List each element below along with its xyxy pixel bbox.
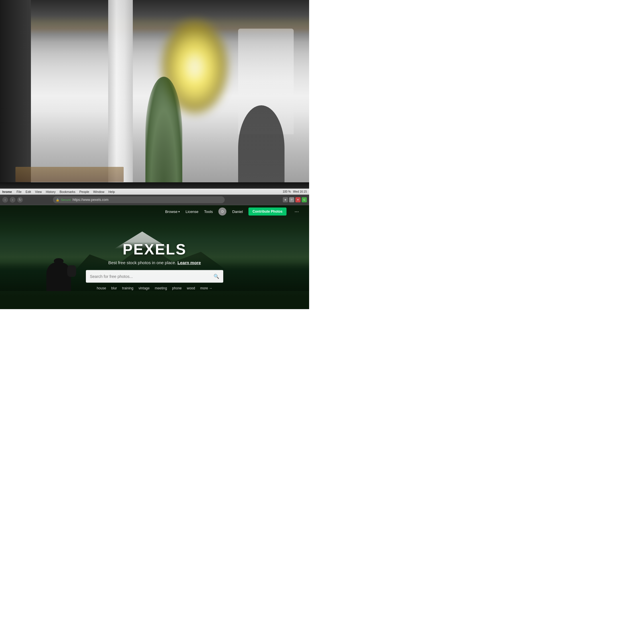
app-name: hrome xyxy=(2,190,12,193)
menu-people[interactable]: People xyxy=(79,190,89,193)
tag-vintage[interactable]: vintage xyxy=(139,286,150,290)
secure-text: Secure xyxy=(61,198,71,202)
user-avatar[interactable]: D xyxy=(218,208,226,216)
chair xyxy=(238,105,285,191)
page-root: hrome File Edit View History Bookmarks P… xyxy=(0,0,309,309)
browser-chrome: Browse License Tools D Daniel Contribute… xyxy=(0,205,309,309)
nav-links: Browse License Tools D Daniel Contribute… xyxy=(165,208,299,216)
bookmark-icon[interactable]: ★ xyxy=(283,197,288,202)
toolbar-icons: ★ P ♥ G xyxy=(283,197,307,202)
contribute-button[interactable]: Contribute Photos xyxy=(248,208,287,216)
nav-license[interactable]: License xyxy=(185,210,198,214)
office-background xyxy=(0,0,309,192)
menu-help[interactable]: Help xyxy=(108,190,115,193)
ext-icon-3[interactable]: G xyxy=(302,197,307,202)
ext-icon-1[interactable]: P xyxy=(289,197,294,202)
menu-history[interactable]: History xyxy=(46,190,56,193)
menu-edit[interactable]: Edit xyxy=(25,190,31,193)
back-button[interactable]: ‹ xyxy=(2,197,8,203)
menu-battery: 100 % xyxy=(283,190,291,193)
menu-items: File Edit View History Bookmarks People … xyxy=(17,190,115,193)
secure-badge: 🔒 xyxy=(56,198,59,202)
menu-window[interactable]: Window xyxy=(93,190,104,193)
menu-bar-right: 100 % Wed 16:15 xyxy=(283,190,307,193)
plant xyxy=(145,77,183,192)
user-name: Daniel xyxy=(232,210,243,214)
forward-button[interactable]: › xyxy=(10,197,15,203)
search-icon: 🔍 xyxy=(214,274,219,279)
refresh-button[interactable]: ↻ xyxy=(17,197,23,203)
tag-blur[interactable]: blur xyxy=(111,286,117,290)
center-pillar xyxy=(108,0,133,192)
hero-title: PEXELS xyxy=(31,240,278,258)
left-pillar xyxy=(0,0,31,192)
hero-subtitle: Best free stock photos in one place. Lea… xyxy=(31,260,278,265)
search-bar[interactable]: 🔍 xyxy=(86,270,223,283)
menu-bookmarks[interactable]: Bookmarks xyxy=(60,190,75,193)
tag-training[interactable]: training xyxy=(122,286,133,290)
browser-toolbar: ‹ › ↻ 🔒 Secure https://www.pexels.com ★ … xyxy=(0,195,309,205)
address-bar[interactable]: 🔒 Secure https://www.pexels.com xyxy=(53,196,225,203)
nav-browse[interactable]: Browse xyxy=(165,210,180,214)
desk xyxy=(15,167,124,182)
pexels-navbar: Browse License Tools D Daniel Contribute… xyxy=(0,205,309,218)
menu-view[interactable]: View xyxy=(35,190,42,193)
menu-file[interactable]: File xyxy=(17,190,22,193)
tag-wood[interactable]: wood xyxy=(187,286,195,290)
url-text: https://www.pexels.com xyxy=(73,198,108,202)
tag-more[interactable]: more → xyxy=(200,286,212,290)
tag-phone[interactable]: phone xyxy=(172,286,181,290)
search-tags: house blur training vintage meeting phon… xyxy=(31,286,278,290)
hero-content: PEXELS Best free stock photos in one pla… xyxy=(31,240,278,290)
ext-icon-2[interactable]: ♥ xyxy=(295,197,301,202)
more-button[interactable]: ··· xyxy=(295,209,299,215)
nav-tools[interactable]: Tools xyxy=(204,210,213,214)
tag-house[interactable]: house xyxy=(97,286,106,290)
menu-time: Wed 16:15 xyxy=(293,190,307,193)
tag-meeting[interactable]: meeting xyxy=(155,286,167,290)
macos-menu-bar: hrome File Edit View History Bookmarks P… xyxy=(0,189,309,195)
website-area: Browse License Tools D Daniel Contribute… xyxy=(0,205,309,309)
learn-more-link[interactable]: Learn more xyxy=(177,260,201,265)
search-input[interactable] xyxy=(90,274,211,278)
